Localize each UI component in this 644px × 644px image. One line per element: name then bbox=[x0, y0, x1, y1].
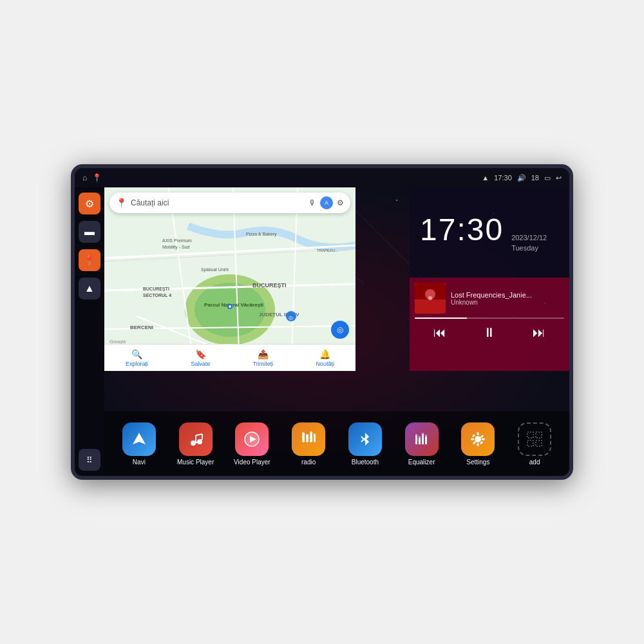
sidebar-btn-files[interactable]: ▬ bbox=[79, 221, 100, 243]
map-explore-btn[interactable]: 🔍 Explorați bbox=[126, 349, 148, 367]
pause-button[interactable]: ⏸ bbox=[478, 323, 501, 343]
clock-time: 17:30 bbox=[420, 212, 504, 247]
app-grid: Navi Music Player bbox=[104, 412, 569, 476]
app-navi[interactable]: Navi bbox=[117, 422, 162, 466]
app-music-player[interactable]: Music Player bbox=[173, 422, 218, 466]
back-icon[interactable]: ↩ bbox=[556, 174, 562, 182]
map-settings-icon[interactable]: ⚙ bbox=[337, 198, 344, 207]
svg-rect-61 bbox=[422, 434, 424, 444]
svg-point-13 bbox=[194, 283, 265, 337]
map-pin-icon: 📍 bbox=[83, 254, 96, 267]
user-avatar[interactable]: A bbox=[320, 196, 333, 209]
music-top: Lost Frequencies_Janie... Unknown bbox=[415, 283, 564, 314]
radio-label: radio bbox=[301, 459, 316, 466]
settings-label: Settings bbox=[466, 459, 489, 466]
svg-text:Parcul Natural Văcărești: Parcul Natural Văcărești bbox=[204, 302, 263, 308]
app-settings[interactable]: Settings bbox=[455, 422, 500, 466]
saved-label: Salvate bbox=[191, 361, 210, 367]
music-artist: Unknown bbox=[451, 299, 564, 306]
sidebar-btn-navi[interactable]: ▲ bbox=[79, 278, 100, 299]
map-icon[interactable]: 📍 bbox=[92, 173, 102, 182]
app-bluetooth[interactable]: Bluetooth bbox=[343, 422, 388, 466]
map-area[interactable]: AXIS Premium Mobility - Sud Pizza & Bake… bbox=[104, 187, 355, 371]
explore-label: Explorați bbox=[126, 361, 148, 367]
app-video-player[interactable]: Video Player bbox=[229, 422, 274, 466]
home-icon[interactable]: ⌂ bbox=[82, 173, 87, 182]
svg-text:◎: ◎ bbox=[289, 315, 293, 321]
svg-rect-53 bbox=[310, 431, 312, 442]
svg-rect-52 bbox=[306, 434, 308, 442]
main-content: ⚙ ▬ 📍 ▲ ⠿ bbox=[75, 187, 569, 476]
svg-rect-54 bbox=[314, 433, 316, 442]
svg-rect-63 bbox=[425, 437, 427, 444]
album-art bbox=[415, 283, 446, 314]
apps-icon: ⠿ bbox=[86, 455, 93, 465]
svg-rect-66 bbox=[477, 432, 479, 435]
settings-app-icon bbox=[461, 422, 495, 456]
map-inner: AXIS Premium Mobility - Sud Pizza & Bake… bbox=[104, 187, 355, 371]
svg-text:BERCENI: BERCENI bbox=[130, 325, 153, 330]
prev-button[interactable]: ⏮ bbox=[428, 323, 451, 343]
svg-rect-73 bbox=[480, 434, 484, 438]
svg-rect-77 bbox=[536, 440, 542, 446]
svg-text:BUCUREȘTI: BUCUREȘTI bbox=[143, 287, 169, 292]
equalizer-label: Equalizer bbox=[408, 459, 435, 466]
svg-text:AXIS Premium: AXIS Premium bbox=[162, 238, 192, 243]
app-add[interactable]: add bbox=[512, 422, 557, 466]
map-saved-btn[interactable]: 🔖 Salvate bbox=[191, 349, 210, 367]
svg-rect-70 bbox=[472, 433, 476, 437]
map-search-bar[interactable]: 📍 Căutați aici 🎙 A ⚙ bbox=[109, 193, 350, 213]
clock-day-text: Tuesday bbox=[511, 243, 547, 253]
next-button[interactable]: ⏭ bbox=[527, 323, 551, 343]
music-controls: ⏮ ⏸ ⏭ bbox=[415, 323, 564, 343]
status-right: ▲ 17:30 🔊 18 ▭ ↩ bbox=[482, 174, 562, 182]
svg-text:SECTORUL 4: SECTORUL 4 bbox=[143, 293, 171, 298]
map-share-btn[interactable]: 📤 Trimiteți bbox=[253, 349, 274, 367]
mic-icon[interactable]: 🎙 bbox=[308, 198, 316, 207]
app-radio[interactable]: radio bbox=[286, 422, 331, 466]
navi-icon bbox=[122, 422, 156, 456]
svg-marker-42 bbox=[133, 433, 146, 444]
music-info: Lost Frequencies_Janie... Unknown bbox=[451, 291, 564, 306]
music-player-icon bbox=[179, 422, 213, 456]
svg-rect-40 bbox=[415, 299, 446, 314]
svg-rect-69 bbox=[482, 438, 485, 440]
sidebar-btn-apps[interactable]: ⠿ bbox=[79, 449, 100, 471]
svg-point-43 bbox=[191, 440, 196, 446]
equalizer-icon bbox=[405, 422, 439, 456]
svg-rect-60 bbox=[419, 436, 421, 439]
news-label: Noutăți bbox=[316, 361, 334, 367]
svg-point-65 bbox=[475, 436, 481, 442]
sidebar-btn-settings[interactable]: ⚙ bbox=[79, 193, 100, 214]
music-progress-fill bbox=[415, 317, 467, 319]
map-search-text[interactable]: Căutați aici bbox=[131, 198, 305, 207]
add-label: add bbox=[529, 459, 540, 466]
status-left: ⌂ 📍 bbox=[82, 173, 102, 182]
sidebar-btn-map[interactable]: 📍 bbox=[79, 249, 100, 271]
svg-point-41 bbox=[428, 296, 432, 300]
svg-text:Mobility - Sud: Mobility - Sud bbox=[162, 245, 190, 250]
wifi-icon: ▲ bbox=[482, 174, 489, 182]
svg-rect-59 bbox=[419, 438, 421, 444]
svg-text:BUCUREȘTI: BUCUREȘTI bbox=[252, 282, 287, 289]
app-equalizer[interactable]: Equalizer bbox=[399, 422, 444, 466]
music-progress-bar[interactable] bbox=[415, 317, 564, 319]
sidebar: ⚙ ▬ 📍 ▲ ⠿ bbox=[75, 187, 104, 476]
svg-rect-67 bbox=[477, 443, 479, 446]
share-label: Trimiteți bbox=[253, 361, 274, 367]
svg-point-35 bbox=[229, 305, 231, 308]
navigation-icon: ▲ bbox=[84, 283, 95, 294]
map-location-fab[interactable]: ◎ bbox=[331, 321, 349, 339]
bluetooth-icon bbox=[348, 422, 382, 456]
clock-date: 2023/12/12 Tuesday bbox=[511, 233, 547, 253]
clock-date-text: 2023/12/12 bbox=[511, 233, 547, 243]
svg-rect-62 bbox=[422, 433, 424, 435]
svg-point-3 bbox=[396, 200, 397, 201]
svg-rect-64 bbox=[425, 435, 427, 437]
radio-icon bbox=[292, 422, 325, 456]
svg-rect-75 bbox=[536, 432, 542, 438]
svg-line-47 bbox=[196, 434, 202, 435]
device-frame: ⌂ 📍 ▲ 17:30 🔊 18 ▭ ↩ bbox=[71, 164, 573, 480]
status-time: 17:30 bbox=[494, 174, 512, 182]
map-news-btn[interactable]: 🔔 Noutăți bbox=[316, 349, 334, 367]
